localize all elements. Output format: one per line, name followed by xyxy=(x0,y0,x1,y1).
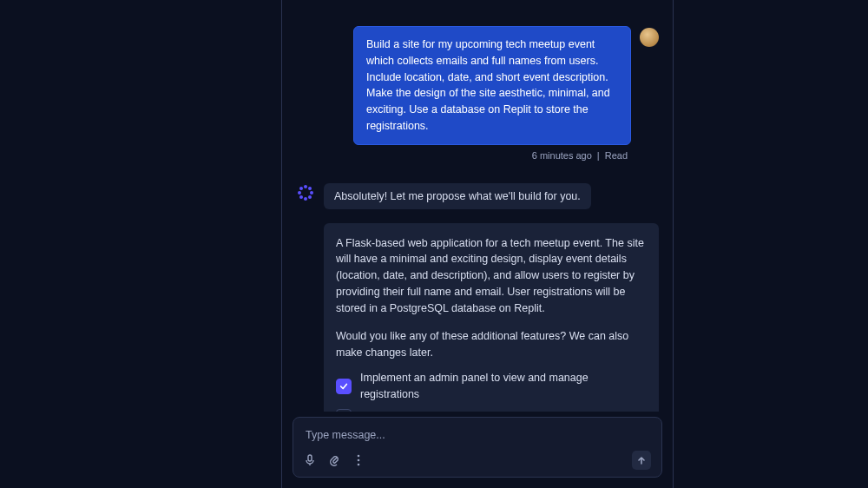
plan-description: A Flask-based web application for a tech… xyxy=(336,235,647,317)
svg-point-7 xyxy=(310,191,313,195)
message-meta: 6 minutes ago | Read xyxy=(296,150,628,161)
composer-toolbar xyxy=(304,451,651,470)
svg-point-3 xyxy=(299,195,303,199)
svg-point-0 xyxy=(299,187,303,190)
svg-point-5 xyxy=(308,195,312,199)
message-timestamp: 6 minutes ago xyxy=(532,150,592,161)
user-avatar[interactable] xyxy=(640,28,659,47)
svg-point-9 xyxy=(358,455,360,458)
svg-point-11 xyxy=(358,464,360,466)
svg-rect-8 xyxy=(308,455,312,461)
plan-question: Would you like any of these additional f… xyxy=(336,328,647,361)
svg-point-4 xyxy=(304,197,307,201)
chat-panel: Build a site for my upcoming tech meetup… xyxy=(281,0,674,488)
chat-scroll: Build a site for my upcoming tech meetup… xyxy=(282,0,673,412)
message-composer xyxy=(293,417,662,478)
svg-point-1 xyxy=(304,185,307,188)
arrow-up-icon xyxy=(636,455,647,465)
feature-list: Implement an admin panel to view and man… xyxy=(336,370,647,412)
plan-card: A Flask-based web application for a tech… xyxy=(324,223,659,412)
checkbox-icon[interactable] xyxy=(336,379,352,394)
more-options-icon[interactable] xyxy=(352,454,365,466)
message-input[interactable] xyxy=(304,428,654,442)
feature-label: Add a feature for users to cancel or mod… xyxy=(360,408,646,412)
replit-ai-icon xyxy=(296,183,315,202)
ai-message-row: Absolutely! Let me propose what we'll bu… xyxy=(296,183,659,209)
svg-point-6 xyxy=(298,191,301,195)
feature-label: Implement an admin panel to view and man… xyxy=(360,370,647,403)
svg-point-2 xyxy=(308,187,312,190)
ai-intro-bubble: Absolutely! Let me propose what we'll bu… xyxy=(324,183,591,209)
user-message-row: Build a site for my upcoming tech meetup… xyxy=(296,26,659,145)
meta-separator: | xyxy=(597,150,600,161)
composer-tools-left xyxy=(304,454,365,466)
checkbox-icon[interactable] xyxy=(336,409,352,412)
feature-item-cancel-modify[interactable]: Add a feature for users to cancel or mod… xyxy=(336,408,647,412)
user-message-bubble: Build a site for my upcoming tech meetup… xyxy=(353,26,631,145)
send-button[interactable] xyxy=(632,451,651,470)
message-read-status: Read xyxy=(605,150,628,161)
feature-item-admin-panel[interactable]: Implement an admin panel to view and man… xyxy=(336,370,647,403)
svg-point-10 xyxy=(358,459,360,462)
attachment-icon[interactable] xyxy=(328,454,340,466)
microphone-icon[interactable] xyxy=(304,454,316,466)
